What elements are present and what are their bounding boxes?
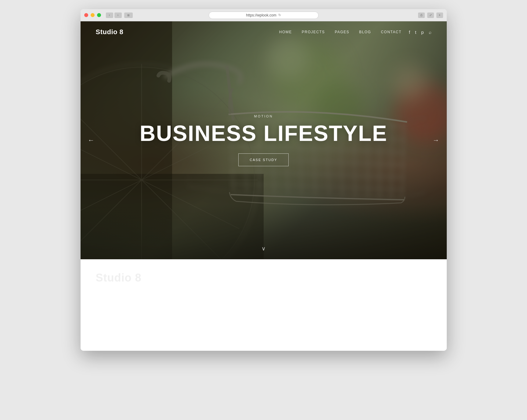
nav-item-home[interactable]: HOME	[279, 30, 292, 34]
navigation: Studio 8 HOME PROJECTS PAGES BLOG CONTAC…	[81, 21, 447, 43]
pinterest-icon[interactable]: p	[421, 30, 424, 35]
url-text: https://wplook.com	[246, 13, 276, 17]
address-bar[interactable]: https://wplook.com ↻	[209, 12, 319, 19]
hero-section: Studio 8 HOME PROJECTS PAGES BLOG CONTAC…	[81, 21, 447, 259]
browser-nav: ‹ ›	[106, 13, 122, 18]
watermark-logo: Studio 8	[96, 271, 431, 284]
website-content: Studio 8 HOME PROJECTS PAGES BLOG CONTAC…	[81, 21, 447, 351]
search-icon[interactable]: ⌕	[429, 30, 431, 35]
site-logo[interactable]: Studio 8	[96, 28, 124, 36]
maximize-button[interactable]	[97, 13, 101, 17]
prev-arrow[interactable]: ←	[88, 136, 95, 144]
close-button[interactable]	[84, 13, 88, 17]
hero-tag: MOTION	[117, 114, 410, 118]
case-study-button[interactable]: CASE STUDY	[238, 153, 288, 166]
nav-item-contact[interactable]: CONTACT	[381, 30, 402, 34]
scroll-down-indicator[interactable]: ∨	[262, 245, 265, 252]
nav-social-icons: f t p ⌕	[409, 30, 431, 35]
below-fold-section: Studio 8	[81, 259, 447, 351]
window-controls	[84, 13, 101, 17]
share-button[interactable]: ⎙	[418, 13, 425, 18]
nav-menu: HOME PROJECTS PAGES BLOG CONTACT	[279, 30, 402, 34]
hero-content: MOTION BUSINESS LIFESTYLE CASE STUDY	[117, 114, 410, 166]
reload-icon[interactable]: ↻	[278, 13, 281, 17]
nav-item-pages[interactable]: PAGES	[335, 30, 349, 34]
back-button[interactable]: ‹	[106, 13, 113, 18]
nav-item-blog[interactable]: BLOG	[359, 30, 371, 34]
resize-button[interactable]: ⤢	[427, 13, 434, 18]
add-tab-button[interactable]: +	[436, 13, 443, 18]
facebook-icon[interactable]: f	[409, 30, 410, 35]
titlebar: ‹ › ⊞ https://wplook.com ↻ ⎙ ⤢ +	[81, 9, 447, 21]
forward-button[interactable]: ›	[114, 13, 122, 18]
hero-title: BUSINESS LIFESTYLE	[117, 122, 410, 144]
mac-window: ‹ › ⊞ https://wplook.com ↻ ⎙ ⤢ +	[81, 9, 447, 351]
nav-item-projects[interactable]: PROJECTS	[302, 30, 325, 34]
next-arrow[interactable]: →	[433, 136, 439, 144]
twitter-icon[interactable]: t	[415, 30, 416, 35]
window-actions: ⎙ ⤢ +	[418, 13, 443, 18]
minimize-button[interactable]	[91, 13, 95, 17]
tab-view-button[interactable]: ⊞	[124, 13, 133, 18]
